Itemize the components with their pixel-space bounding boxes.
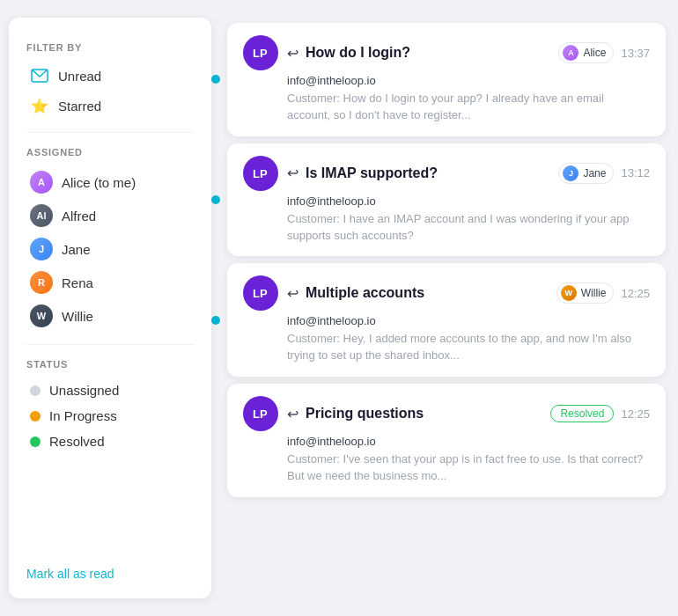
conv-title-row: ↩ How do I login? A Alice 13:37 <box>287 42 650 63</box>
assigned-section-label: ASSIGNED <box>26 147 194 158</box>
conv-title-row: ↩ Multiple accounts W Willie 12:25 <box>287 282 650 304</box>
filter-starred[interactable]: ⭐ Starred <box>26 92 194 120</box>
svg-text:LP: LP <box>253 47 268 60</box>
conv-preview: Customer: I have an IMAP account and I w… <box>243 211 650 245</box>
conv-avatar: LP <box>243 35 278 70</box>
mark-all-read-button[interactable]: Mark all as read <box>26 553 194 581</box>
status-resolved-label: Resolved <box>49 434 105 449</box>
reply-icon: ↩ <box>287 285 298 302</box>
conv-time: 12:25 <box>621 407 650 421</box>
conv-title: Pricing questions <box>306 406 424 422</box>
conv-time: 13:12 <box>621 166 650 180</box>
reply-icon: ↩ <box>287 165 298 181</box>
conv-title-row: ↩ Is IMAP supported? J Jane 13:12 <box>287 163 650 184</box>
filter-starred-label: Starred <box>58 99 101 114</box>
conv-meta: Resolved 12:25 <box>550 405 650 422</box>
conv-meta: J Jane 13:12 <box>558 163 650 184</box>
filter-unread[interactable]: Unread <box>26 62 194 90</box>
unread-indicator <box>211 75 220 84</box>
resolved-badge: Resolved <box>550 405 614 422</box>
svg-text:LP: LP <box>253 287 268 300</box>
conv-email: info@intheloop.io <box>243 74 650 87</box>
divider-2 <box>26 344 194 345</box>
assignee-badge: J Jane <box>558 163 614 184</box>
assigned-rena-name: Rena <box>62 275 93 290</box>
filter-section-label: FILTER BY <box>26 42 194 53</box>
svg-text:LP: LP <box>253 407 268 421</box>
conv-header: LP ↩ How do I login? A Alice 13:37 <box>243 35 650 70</box>
assignee-badge: W Willie <box>556 282 615 304</box>
assigned-rena[interactable]: R Rena <box>26 267 194 298</box>
conv-main: ↩ Pricing questions Resolved 12:25 <box>287 405 650 422</box>
unread-indicator <box>211 195 220 204</box>
avatar-alfred: Al <box>30 204 53 227</box>
assigned-willie[interactable]: W Willie <box>26 300 194 332</box>
badge-avatar: W <box>561 285 577 301</box>
conv-main: ↩ Is IMAP supported? J Jane 13:12 <box>287 163 650 184</box>
assigned-alice[interactable]: A Alice (to me) <box>26 166 194 198</box>
avatar-alice: A <box>30 171 53 194</box>
conversation-list: LP ↩ How do I login? A Alice 13:37 <box>203 18 669 598</box>
conv-title: Multiple accounts <box>306 285 424 301</box>
starred-icon: ⭐ <box>30 96 49 115</box>
status-inprogress[interactable]: In Progress <box>26 404 194 428</box>
conversation-item[interactable]: LP ↩ How do I login? A Alice 13:37 <box>227 23 666 136</box>
reply-icon: ↩ <box>287 406 298 422</box>
conv-meta: A Alice 13:37 <box>558 42 650 63</box>
app-container: FILTER BY Unread ⭐ Starred ASSIGNED A Al… <box>9 18 669 598</box>
dot-inprogress <box>30 411 41 422</box>
svg-text:LP: LP <box>253 167 268 180</box>
conv-title: Is IMAP supported? <box>306 165 438 181</box>
assigned-jane[interactable]: J Jane <box>26 233 194 265</box>
status-unassigned-label: Unassigned <box>49 383 119 398</box>
sidebar: FILTER BY Unread ⭐ Starred ASSIGNED A Al… <box>9 18 211 598</box>
unread-icon <box>30 66 49 85</box>
status-inprogress-label: In Progress <box>49 408 117 423</box>
assignee-name: Willie <box>581 287 607 299</box>
conv-avatar: LP <box>243 275 278 311</box>
divider-1 <box>26 132 194 133</box>
status-section-label: STATUS <box>26 359 194 370</box>
assigned-alfred[interactable]: Al Alfred <box>26 200 194 231</box>
conv-meta: W Willie 12:25 <box>556 282 650 304</box>
conversation-item[interactable]: LP ↩ Is IMAP supported? J Jane 13:12 <box>227 143 666 257</box>
assigned-alfred-name: Alfred <box>62 209 96 224</box>
conv-email: info@intheloop.io <box>243 435 650 448</box>
conv-main: ↩ Multiple accounts W Willie 12:25 <box>287 282 650 304</box>
assignee-badge: A Alice <box>558 42 614 63</box>
conv-title-row: ↩ Pricing questions Resolved 12:25 <box>287 405 650 422</box>
assigned-jane-name: Jane <box>62 242 91 257</box>
badge-avatar: J <box>563 165 579 181</box>
assignee-name: Jane <box>583 167 606 180</box>
badge-avatar: A <box>563 45 579 61</box>
avatar-willie: W <box>30 304 53 327</box>
conv-time: 12:25 <box>621 287 650 300</box>
conv-preview: Customer: I've seen that your app is in … <box>243 451 650 485</box>
assigned-alice-name: Alice (to me) <box>62 175 136 190</box>
status-resolved[interactable]: Resolved <box>26 429 194 453</box>
conv-email: info@intheloop.io <box>243 314 650 327</box>
unread-indicator <box>211 316 220 325</box>
assignee-name: Alice <box>583 47 606 59</box>
reply-icon: ↩ <box>287 45 298 62</box>
conv-avatar: LP <box>243 156 278 191</box>
conv-header: LP ↩ Is IMAP supported? J Jane 13:12 <box>243 156 650 191</box>
status-unassigned[interactable]: Unassigned <box>26 378 194 402</box>
conv-main: ↩ How do I login? A Alice 13:37 <box>287 42 650 63</box>
conv-avatar: LP <box>243 396 278 431</box>
conv-title: How do I login? <box>306 45 410 61</box>
conv-preview: Customer: Hey, I added more accounts to … <box>243 331 650 364</box>
conv-time: 13:37 <box>621 47 650 60</box>
dot-unassigned <box>30 385 41 396</box>
conv-header: LP ↩ Pricing questions Resolved 12:25 <box>243 396 650 431</box>
conv-header: LP ↩ Multiple accounts W Willie 12:25 <box>243 275 650 311</box>
conversation-item[interactable]: LP ↩ Multiple accounts W Willie 12:25 <box>227 263 666 377</box>
conv-preview: Customer: How do I login to your app? I … <box>243 91 650 124</box>
dot-resolved <box>30 436 41 447</box>
avatar-jane: J <box>30 238 53 260</box>
avatar-rena: R <box>30 271 53 294</box>
filter-unread-label: Unread <box>58 69 101 84</box>
conversation-item[interactable]: LP ↩ Pricing questions Resolved 12:25 in… <box>227 384 666 497</box>
assigned-willie-name: Willie <box>62 309 93 324</box>
conv-email: info@intheloop.io <box>243 194 650 208</box>
